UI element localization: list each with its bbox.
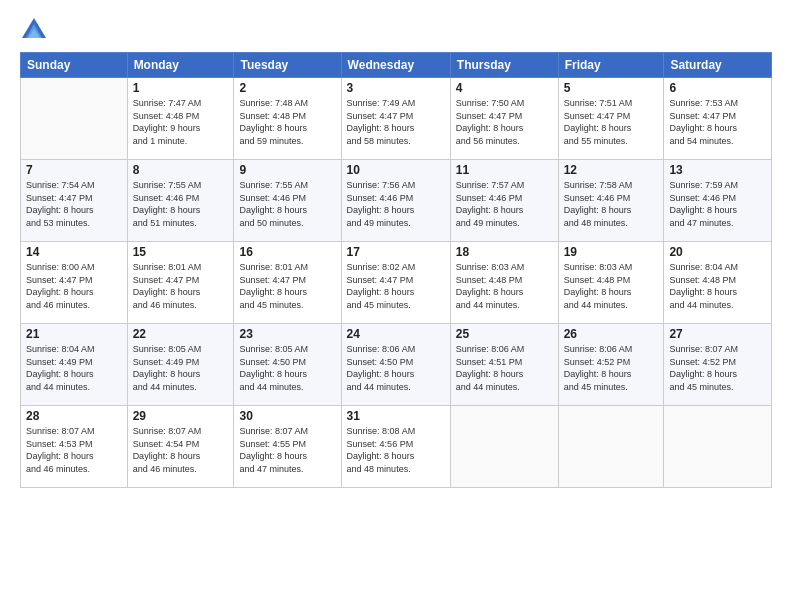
cell-content: Sunrise: 8:03 AM Sunset: 4:48 PM Dayligh… (564, 261, 659, 311)
calendar-cell: 23Sunrise: 8:05 AM Sunset: 4:50 PM Dayli… (234, 324, 341, 406)
day-number: 8 (133, 163, 229, 177)
day-number: 4 (456, 81, 553, 95)
cell-content: Sunrise: 7:59 AM Sunset: 4:46 PM Dayligh… (669, 179, 766, 229)
cell-content: Sunrise: 7:51 AM Sunset: 4:47 PM Dayligh… (564, 97, 659, 147)
cell-content: Sunrise: 7:54 AM Sunset: 4:47 PM Dayligh… (26, 179, 122, 229)
day-number: 22 (133, 327, 229, 341)
cell-content: Sunrise: 7:56 AM Sunset: 4:46 PM Dayligh… (347, 179, 445, 229)
cell-content: Sunrise: 8:02 AM Sunset: 4:47 PM Dayligh… (347, 261, 445, 311)
cell-content: Sunrise: 8:01 AM Sunset: 4:47 PM Dayligh… (239, 261, 335, 311)
day-number: 12 (564, 163, 659, 177)
day-number: 3 (347, 81, 445, 95)
cell-content: Sunrise: 7:53 AM Sunset: 4:47 PM Dayligh… (669, 97, 766, 147)
calendar-cell: 11Sunrise: 7:57 AM Sunset: 4:46 PM Dayli… (450, 160, 558, 242)
day-header-wednesday: Wednesday (341, 53, 450, 78)
cell-content: Sunrise: 8:07 AM Sunset: 4:55 PM Dayligh… (239, 425, 335, 475)
day-number: 1 (133, 81, 229, 95)
day-number: 15 (133, 245, 229, 259)
day-header-monday: Monday (127, 53, 234, 78)
day-number: 26 (564, 327, 659, 341)
calendar-cell: 16Sunrise: 8:01 AM Sunset: 4:47 PM Dayli… (234, 242, 341, 324)
calendar-cell: 18Sunrise: 8:03 AM Sunset: 4:48 PM Dayli… (450, 242, 558, 324)
calendar-cell: 3Sunrise: 7:49 AM Sunset: 4:47 PM Daylig… (341, 78, 450, 160)
cell-content: Sunrise: 7:57 AM Sunset: 4:46 PM Dayligh… (456, 179, 553, 229)
calendar-cell: 31Sunrise: 8:08 AM Sunset: 4:56 PM Dayli… (341, 406, 450, 488)
calendar-cell (558, 406, 664, 488)
cell-content: Sunrise: 8:06 AM Sunset: 4:51 PM Dayligh… (456, 343, 553, 393)
cell-content: Sunrise: 8:06 AM Sunset: 4:50 PM Dayligh… (347, 343, 445, 393)
day-number: 31 (347, 409, 445, 423)
day-number: 18 (456, 245, 553, 259)
page: SundayMondayTuesdayWednesdayThursdayFrid… (0, 0, 792, 612)
day-header-saturday: Saturday (664, 53, 772, 78)
cell-content: Sunrise: 8:07 AM Sunset: 4:53 PM Dayligh… (26, 425, 122, 475)
day-header-friday: Friday (558, 53, 664, 78)
day-number: 27 (669, 327, 766, 341)
calendar-cell: 7Sunrise: 7:54 AM Sunset: 4:47 PM Daylig… (21, 160, 128, 242)
day-number: 16 (239, 245, 335, 259)
cell-content: Sunrise: 7:49 AM Sunset: 4:47 PM Dayligh… (347, 97, 445, 147)
day-number: 28 (26, 409, 122, 423)
calendar-cell (21, 78, 128, 160)
calendar-cell: 4Sunrise: 7:50 AM Sunset: 4:47 PM Daylig… (450, 78, 558, 160)
day-number: 21 (26, 327, 122, 341)
cell-content: Sunrise: 7:55 AM Sunset: 4:46 PM Dayligh… (133, 179, 229, 229)
cell-content: Sunrise: 8:07 AM Sunset: 4:52 PM Dayligh… (669, 343, 766, 393)
day-number: 29 (133, 409, 229, 423)
day-number: 30 (239, 409, 335, 423)
day-number: 19 (564, 245, 659, 259)
week-row-5: 28Sunrise: 8:07 AM Sunset: 4:53 PM Dayli… (21, 406, 772, 488)
cell-content: Sunrise: 8:08 AM Sunset: 4:56 PM Dayligh… (347, 425, 445, 475)
calendar-cell: 15Sunrise: 8:01 AM Sunset: 4:47 PM Dayli… (127, 242, 234, 324)
day-number: 25 (456, 327, 553, 341)
cell-content: Sunrise: 8:05 AM Sunset: 4:50 PM Dayligh… (239, 343, 335, 393)
day-number: 24 (347, 327, 445, 341)
calendar-cell: 8Sunrise: 7:55 AM Sunset: 4:46 PM Daylig… (127, 160, 234, 242)
calendar-cell: 17Sunrise: 8:02 AM Sunset: 4:47 PM Dayli… (341, 242, 450, 324)
calendar-cell: 20Sunrise: 8:04 AM Sunset: 4:48 PM Dayli… (664, 242, 772, 324)
calendar-cell: 27Sunrise: 8:07 AM Sunset: 4:52 PM Dayli… (664, 324, 772, 406)
day-number: 2 (239, 81, 335, 95)
calendar-cell: 24Sunrise: 8:06 AM Sunset: 4:50 PM Dayli… (341, 324, 450, 406)
day-number: 6 (669, 81, 766, 95)
header-row: SundayMondayTuesdayWednesdayThursdayFrid… (21, 53, 772, 78)
cell-content: Sunrise: 8:00 AM Sunset: 4:47 PM Dayligh… (26, 261, 122, 311)
cell-content: Sunrise: 8:01 AM Sunset: 4:47 PM Dayligh… (133, 261, 229, 311)
day-number: 14 (26, 245, 122, 259)
calendar-cell: 21Sunrise: 8:04 AM Sunset: 4:49 PM Dayli… (21, 324, 128, 406)
calendar-table: SundayMondayTuesdayWednesdayThursdayFrid… (20, 52, 772, 488)
cell-content: Sunrise: 8:06 AM Sunset: 4:52 PM Dayligh… (564, 343, 659, 393)
cell-content: Sunrise: 8:05 AM Sunset: 4:49 PM Dayligh… (133, 343, 229, 393)
logo-icon (20, 16, 48, 44)
day-number: 17 (347, 245, 445, 259)
cell-content: Sunrise: 7:48 AM Sunset: 4:48 PM Dayligh… (239, 97, 335, 147)
header (20, 16, 772, 44)
cell-content: Sunrise: 7:55 AM Sunset: 4:46 PM Dayligh… (239, 179, 335, 229)
day-header-sunday: Sunday (21, 53, 128, 78)
day-number: 7 (26, 163, 122, 177)
cell-content: Sunrise: 7:58 AM Sunset: 4:46 PM Dayligh… (564, 179, 659, 229)
cell-content: Sunrise: 8:04 AM Sunset: 4:49 PM Dayligh… (26, 343, 122, 393)
day-number: 10 (347, 163, 445, 177)
calendar-cell: 26Sunrise: 8:06 AM Sunset: 4:52 PM Dayli… (558, 324, 664, 406)
cell-content: Sunrise: 8:03 AM Sunset: 4:48 PM Dayligh… (456, 261, 553, 311)
logo (20, 16, 50, 44)
calendar-cell (450, 406, 558, 488)
cell-content: Sunrise: 8:07 AM Sunset: 4:54 PM Dayligh… (133, 425, 229, 475)
cell-content: Sunrise: 7:47 AM Sunset: 4:48 PM Dayligh… (133, 97, 229, 147)
calendar-cell (664, 406, 772, 488)
calendar-cell: 25Sunrise: 8:06 AM Sunset: 4:51 PM Dayli… (450, 324, 558, 406)
calendar-cell: 22Sunrise: 8:05 AM Sunset: 4:49 PM Dayli… (127, 324, 234, 406)
day-number: 20 (669, 245, 766, 259)
calendar-cell: 10Sunrise: 7:56 AM Sunset: 4:46 PM Dayli… (341, 160, 450, 242)
day-number: 9 (239, 163, 335, 177)
calendar-cell: 2Sunrise: 7:48 AM Sunset: 4:48 PM Daylig… (234, 78, 341, 160)
calendar-cell: 29Sunrise: 8:07 AM Sunset: 4:54 PM Dayli… (127, 406, 234, 488)
cell-content: Sunrise: 7:50 AM Sunset: 4:47 PM Dayligh… (456, 97, 553, 147)
calendar-cell: 5Sunrise: 7:51 AM Sunset: 4:47 PM Daylig… (558, 78, 664, 160)
day-header-thursday: Thursday (450, 53, 558, 78)
cell-content: Sunrise: 8:04 AM Sunset: 4:48 PM Dayligh… (669, 261, 766, 311)
week-row-1: 1Sunrise: 7:47 AM Sunset: 4:48 PM Daylig… (21, 78, 772, 160)
week-row-2: 7Sunrise: 7:54 AM Sunset: 4:47 PM Daylig… (21, 160, 772, 242)
calendar-cell: 30Sunrise: 8:07 AM Sunset: 4:55 PM Dayli… (234, 406, 341, 488)
